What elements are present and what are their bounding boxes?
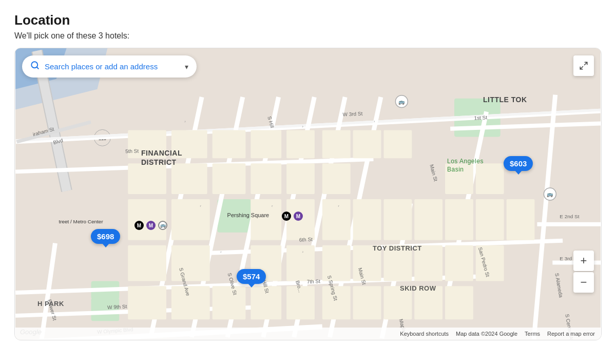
- svg-rect-78: [445, 286, 473, 319]
- metro-m-icon-2: M: [294, 212, 303, 221]
- svg-text:7th St: 7th St: [307, 278, 321, 284]
- svg-text:W 9th St: W 9th St: [107, 303, 127, 310]
- svg-rect-48: [251, 199, 281, 240]
- svg-rect-59: [128, 245, 166, 281]
- map-data-credit: Map data ©2024 Google: [456, 331, 517, 337]
- zoom-controls: + −: [573, 251, 594, 294]
- map-footer: Keyboard shortcuts Map data ©2024 Google…: [15, 328, 601, 340]
- svg-rect-76: [383, 286, 412, 319]
- svg-rect-51: [353, 199, 381, 240]
- page-title: Location: [14, 12, 602, 28]
- terms-link[interactable]: Terms: [525, 331, 540, 337]
- subtitle: We'll pick one of these 3 hotels:: [14, 31, 602, 41]
- svg-rect-75: [353, 286, 381, 319]
- zoom-out-button[interactable]: −: [573, 272, 594, 293]
- svg-text:1st St: 1st St: [474, 114, 487, 121]
- svg-line-119: [585, 62, 587, 65]
- fullscreen-button[interactable]: [573, 55, 594, 76]
- svg-rect-50: [322, 199, 351, 240]
- svg-rect-36: [213, 130, 246, 158]
- svg-rect-18: [537, 222, 601, 226]
- svg-rect-34: [128, 163, 166, 194]
- svg-rect-54: [445, 163, 473, 194]
- svg-rect-47: [171, 199, 210, 240]
- chevron-down-icon: ▾: [185, 63, 188, 71]
- svg-rect-40: [286, 130, 315, 158]
- svg-text:Pershing Square: Pershing Square: [227, 212, 270, 218]
- metro-m-icon-3: M: [134, 221, 144, 230]
- svg-line-120: [580, 67, 583, 69]
- svg-text:6th St: 6th St: [299, 236, 313, 242]
- svg-rect-57: [476, 199, 504, 240]
- metro-m-icon-1: M: [282, 212, 291, 221]
- svg-rect-43: [322, 163, 351, 194]
- svg-rect-58: [507, 199, 535, 240]
- svg-rect-64: [353, 245, 381, 281]
- svg-rect-67: [445, 245, 473, 281]
- search-placeholder: Search places or add an address: [45, 62, 182, 71]
- svg-rect-45: [383, 130, 412, 158]
- svg-text:E 2nd St: E 2nd St: [560, 214, 579, 219]
- svg-rect-46: [128, 199, 166, 240]
- bus-icon: 🚌: [158, 221, 167, 230]
- svg-text:5th St: 5th St: [125, 148, 139, 154]
- metro-m-icon-4: M: [146, 221, 156, 230]
- keyboard-shortcuts[interactable]: Keyboard shortcuts: [400, 331, 449, 337]
- price-marker-698[interactable]: $698: [91, 229, 120, 244]
- zoom-in-button[interactable]: +: [573, 251, 594, 271]
- svg-rect-53: [414, 199, 442, 240]
- svg-rect-70: [171, 286, 210, 319]
- svg-rect-32: [128, 130, 166, 158]
- svg-rect-66: [414, 245, 442, 281]
- price-marker-574[interactable]: $574: [237, 269, 266, 284]
- svg-text:🚌: 🚌: [547, 191, 553, 198]
- svg-rect-35: [171, 163, 207, 194]
- svg-rect-60: [171, 245, 210, 281]
- search-icon: [30, 61, 40, 72]
- svg-rect-69: [128, 286, 166, 319]
- svg-rect-44: [353, 130, 381, 158]
- svg-rect-37: [213, 163, 246, 194]
- svg-rect-33: [171, 130, 207, 158]
- map-container: 110: [14, 48, 602, 340]
- svg-rect-77: [414, 286, 442, 319]
- svg-rect-55: [476, 163, 504, 194]
- svg-rect-41: [286, 163, 315, 194]
- svg-rect-56: [445, 199, 473, 240]
- svg-rect-39: [251, 163, 281, 194]
- report-error-link[interactable]: Report a map error: [547, 331, 595, 337]
- svg-rect-52: [383, 199, 412, 240]
- svg-rect-65: [383, 245, 412, 281]
- svg-rect-62: [286, 245, 315, 281]
- map-background: 110: [15, 48, 601, 340]
- search-bar[interactable]: Search places or add an address ▾: [22, 55, 197, 78]
- svg-rect-42: [322, 130, 351, 158]
- svg-line-118: [36, 67, 38, 68]
- svg-rect-38: [251, 130, 281, 158]
- price-marker-603[interactable]: $603: [504, 156, 533, 171]
- svg-rect-71: [213, 286, 246, 319]
- svg-text:🚌: 🚌: [398, 99, 405, 105]
- page-container: Location We'll pick one of these 3 hotel…: [0, 0, 616, 340]
- svg-text:treet / Metro Center: treet / Metro Center: [59, 219, 103, 224]
- svg-text:W 3rd St: W 3rd St: [342, 111, 362, 118]
